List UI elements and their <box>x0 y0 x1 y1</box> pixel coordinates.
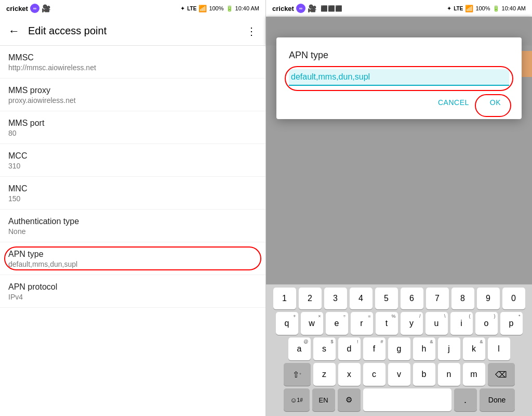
key-0[interactable]: 0 <box>502 288 525 309</box>
shift-sub: * <box>299 372 301 377</box>
left-bluetooth-icon: ✦ <box>180 5 185 12</box>
key-h[interactable]: &h <box>413 337 435 360</box>
key-n[interactable]: n <box>438 363 460 386</box>
cancel-button[interactable]: CANCEL <box>430 94 477 111</box>
key-3[interactable]: 3 <box>324 288 347 309</box>
key-7-label: 7 <box>435 294 440 303</box>
left-status-right: ✦ LTE 📶 100% 🔋 10:40 AM <box>180 5 259 12</box>
auth-type-value: None <box>8 227 257 236</box>
mms-proxy-value: proxy.aiowireless.net <box>8 96 257 105</box>
setting-mms-proxy[interactable]: MMS proxy proxy.aiowireless.net <box>0 79 265 111</box>
key-z[interactable]: z <box>313 363 336 386</box>
key-a[interactable]: @a <box>288 337 311 360</box>
done-key[interactable]: Done <box>480 388 515 411</box>
left-video-icon: 🎥 <box>42 4 50 12</box>
key-h-sub: & <box>430 339 433 344</box>
mmsc-value: http://mmsc.aiowireless.net <box>8 63 257 72</box>
apn-protocol-label: APN protocol <box>8 282 257 292</box>
key-6[interactable]: 6 <box>401 288 423 309</box>
key-j[interactable]: j <box>438 337 460 360</box>
right-signal-icon: 📶 <box>465 5 473 12</box>
key-l[interactable]: l <box>488 337 510 360</box>
left-status-bar: cricket ∞ 🎥 ✦ LTE 📶 100% 🔋 10:40 AM <box>0 0 265 17</box>
key-f-sub: # <box>380 339 383 344</box>
right-background: APN type CANCEL OK 1 2 3 4 5 <box>266 17 532 416</box>
key-5[interactable]: 5 <box>375 288 398 309</box>
key-e-sub: ÷ <box>343 314 346 319</box>
shift-key[interactable]: ⇧ * <box>284 363 311 386</box>
key-s-sub: $ <box>330 339 333 344</box>
apn-type-label: APN type <box>8 250 257 259</box>
key-c[interactable]: c <box>363 363 385 386</box>
key-2-label: 2 <box>308 294 312 303</box>
done-label: Done <box>488 396 506 404</box>
key-v[interactable]: v <box>388 363 410 386</box>
key-8-label: 8 <box>460 294 465 303</box>
key-k[interactable]: &k <box>463 337 485 360</box>
space-key[interactable] <box>363 388 451 411</box>
key-9[interactable]: 9 <box>477 288 500 309</box>
emoji-icon: ☺ <box>290 396 297 404</box>
setting-mnc[interactable]: MNC 150 <box>0 177 265 210</box>
key-4[interactable]: 4 <box>350 288 373 309</box>
mnc-label: MNC <box>8 184 257 193</box>
key-d-sub: ! <box>357 339 358 344</box>
key-i[interactable]: (i <box>450 312 473 335</box>
keyboard-row-qwerty: +q ×w ÷e =r %t /y \u (i )o *p <box>268 312 530 335</box>
right-panel: cricket ∞ 🎥 ⬛⬛⬛ ✦ LTE 📶 100% 🔋 10:40 AM … <box>266 0 532 416</box>
right-status-right: ✦ LTE 📶 100% 🔋 10:40 AM <box>447 5 526 12</box>
key-e[interactable]: ÷e <box>326 312 348 335</box>
key-s[interactable]: $s <box>313 337 336 360</box>
right-video-icon: 🎥 <box>308 4 316 12</box>
key-o[interactable]: )o <box>475 312 498 335</box>
key-w[interactable]: ×w <box>301 312 323 335</box>
key-p-sub: * <box>518 314 521 319</box>
key-y[interactable]: /y <box>401 312 423 335</box>
key-t-sub: % <box>391 314 395 319</box>
key-q[interactable]: +q <box>276 312 298 335</box>
setting-mms-port[interactable]: MMS port 80 <box>0 111 265 144</box>
keyboard-settings-key[interactable]: ⚙ <box>338 388 361 411</box>
key-6-label: 6 <box>409 294 414 303</box>
key-r[interactable]: =r <box>351 312 373 335</box>
key-8[interactable]: 8 <box>451 288 474 309</box>
shift-icon: ⇧ <box>292 370 299 380</box>
back-button[interactable]: ← <box>8 24 20 38</box>
key-x[interactable]: x <box>338 363 361 386</box>
setting-apn-type[interactable]: APN type default,mms,dun,supl <box>0 242 265 275</box>
right-bluetooth-icon: ✦ <box>447 5 451 12</box>
key-4-label: 4 <box>358 294 363 303</box>
key-t[interactable]: %t <box>376 312 398 335</box>
key-p[interactable]: *p <box>500 312 523 335</box>
setting-mcc[interactable]: MCC 310 <box>0 144 265 177</box>
key-m[interactable]: m <box>463 363 485 386</box>
right-lte-label: LTE <box>454 6 463 11</box>
backspace-key[interactable]: ⌫ <box>488 363 515 386</box>
right-status-bar: cricket ∞ 🎥 ⬛⬛⬛ ✦ LTE 📶 100% 🔋 10:40 AM <box>266 0 532 17</box>
key-1-label: 1 <box>282 294 287 303</box>
apn-type-input[interactable] <box>289 69 509 86</box>
period-key[interactable]: . <box>454 388 477 411</box>
key-u-sub: \ <box>444 314 446 319</box>
key-1[interactable]: 1 <box>273 288 296 309</box>
key-d[interactable]: !d <box>338 337 361 360</box>
more-options-button[interactable]: ⋮ <box>246 25 257 37</box>
key-2[interactable]: 2 <box>299 288 322 309</box>
setting-mmsc[interactable]: MMSC http://mmsc.aiowireless.net <box>0 46 265 79</box>
key-b[interactable]: b <box>413 363 435 386</box>
ok-button[interactable]: OK <box>482 94 509 111</box>
key-f[interactable]: #f <box>363 337 385 360</box>
key-u[interactable]: \u <box>425 312 448 335</box>
key-g[interactable]: g <box>388 337 410 360</box>
settings-list: MMSC http://mmsc.aiowireless.net MMS pro… <box>0 46 265 416</box>
key-w-sub: × <box>318 314 321 319</box>
left-signal-icon: 📶 <box>198 5 207 12</box>
key-7[interactable]: 7 <box>426 288 449 309</box>
setting-apn-protocol[interactable]: APN protocol IPv4 <box>0 275 265 308</box>
emoji-key[interactable]: ☺ 1# <box>284 388 310 411</box>
right-time-label: 10:40 AM <box>502 5 526 11</box>
left-toolbar: ← Edit access point ⋮ <box>0 17 265 46</box>
right-battery-icon: 🔋 <box>493 5 500 12</box>
setting-auth-type[interactable]: Authentication type None <box>0 210 265 242</box>
language-key[interactable]: EN <box>312 388 335 411</box>
